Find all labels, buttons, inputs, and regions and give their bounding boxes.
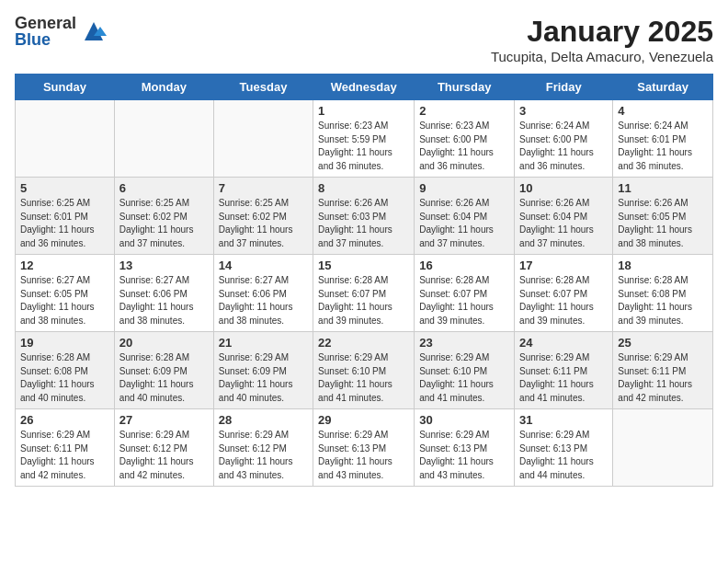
day-info: Sunrise: 6:28 AM Sunset: 6:07 PM Dayligh… — [318, 274, 409, 327]
calendar-day-cell: 3Sunrise: 6:24 AM Sunset: 6:00 PM Daylig… — [515, 100, 613, 178]
calendar-day-cell: 11Sunrise: 6:26 AM Sunset: 6:05 PM Dayli… — [613, 178, 713, 255]
day-info: Sunrise: 6:29 AM Sunset: 6:09 PM Dayligh… — [219, 351, 308, 405]
calendar-table: SundayMondayTuesdayWednesdayThursdayFrid… — [15, 74, 713, 487]
day-number: 2 — [419, 104, 509, 118]
calendar-day-cell: 8Sunrise: 6:26 AM Sunset: 6:03 PM Daylig… — [313, 178, 415, 255]
calendar-day-cell — [114, 100, 213, 178]
day-info: Sunrise: 6:28 AM Sunset: 6:08 PM Dayligh… — [20, 351, 109, 405]
day-info: Sunrise: 6:29 AM Sunset: 6:11 PM Dayligh… — [519, 351, 608, 405]
logo-icon — [80, 17, 108, 45]
calendar-day-cell: 7Sunrise: 6:25 AM Sunset: 6:02 PM Daylig… — [213, 178, 313, 255]
day-number: 31 — [519, 413, 608, 427]
day-number: 30 — [419, 413, 509, 427]
calendar-day-cell: 24Sunrise: 6:29 AM Sunset: 6:11 PM Dayli… — [515, 332, 613, 409]
day-info: Sunrise: 6:28 AM Sunset: 6:08 PM Dayligh… — [618, 274, 708, 327]
day-number: 25 — [618, 336, 708, 350]
calendar-day-cell: 25Sunrise: 6:29 AM Sunset: 6:11 PM Dayli… — [613, 332, 713, 409]
day-of-week-header: Wednesday — [313, 75, 415, 100]
calendar-header-row: SundayMondayTuesdayWednesdayThursdayFrid… — [16, 75, 713, 100]
day-number: 11 — [618, 181, 708, 195]
day-info: Sunrise: 6:28 AM Sunset: 6:07 PM Dayligh… — [419, 274, 509, 327]
day-info: Sunrise: 6:23 AM Sunset: 5:59 PM Dayligh… — [318, 120, 409, 173]
calendar-week-row: 26Sunrise: 6:29 AM Sunset: 6:11 PM Dayli… — [16, 409, 713, 487]
day-info: Sunrise: 6:29 AM Sunset: 6:11 PM Dayligh… — [618, 351, 708, 405]
day-number: 20 — [119, 336, 209, 350]
day-info: Sunrise: 6:26 AM Sunset: 6:03 PM Dayligh… — [318, 197, 409, 250]
calendar-day-cell: 9Sunrise: 6:26 AM Sunset: 6:04 PM Daylig… — [415, 178, 515, 255]
calendar-day-cell — [613, 409, 713, 487]
day-number: 7 — [219, 181, 308, 195]
day-info: Sunrise: 6:29 AM Sunset: 6:12 PM Dayligh… — [219, 429, 308, 482]
location-title: Tucupita, Delta Amacuro, Venezuela — [491, 49, 713, 64]
calendar-day-cell: 21Sunrise: 6:29 AM Sunset: 6:09 PM Dayli… — [213, 332, 313, 409]
day-info: Sunrise: 6:29 AM Sunset: 6:11 PM Dayligh… — [20, 429, 109, 482]
day-info: Sunrise: 6:29 AM Sunset: 6:13 PM Dayligh… — [419, 429, 509, 482]
calendar-day-cell: 6Sunrise: 6:25 AM Sunset: 6:02 PM Daylig… — [114, 178, 213, 255]
calendar-day-cell: 29Sunrise: 6:29 AM Sunset: 6:13 PM Dayli… — [313, 409, 415, 487]
calendar-day-cell: 14Sunrise: 6:27 AM Sunset: 6:06 PM Dayli… — [213, 255, 313, 332]
calendar-day-cell: 2Sunrise: 6:23 AM Sunset: 6:00 PM Daylig… — [415, 100, 515, 178]
day-of-week-header: Sunday — [16, 75, 115, 100]
calendar-week-row: 5Sunrise: 6:25 AM Sunset: 6:01 PM Daylig… — [16, 178, 713, 255]
calendar-day-cell — [213, 100, 313, 178]
calendar-day-cell: 10Sunrise: 6:26 AM Sunset: 6:04 PM Dayli… — [515, 178, 613, 255]
day-number: 12 — [20, 259, 109, 272]
day-number: 14 — [219, 259, 308, 272]
day-number: 27 — [119, 413, 209, 427]
day-of-week-header: Thursday — [415, 75, 515, 100]
day-info: Sunrise: 6:26 AM Sunset: 6:04 PM Dayligh… — [419, 197, 509, 250]
day-number: 10 — [519, 181, 608, 195]
calendar-day-cell: 23Sunrise: 6:29 AM Sunset: 6:10 PM Dayli… — [415, 332, 515, 409]
logo-general-text: General — [15, 15, 76, 31]
calendar-week-row: 19Sunrise: 6:28 AM Sunset: 6:08 PM Dayli… — [16, 332, 713, 409]
day-number: 4 — [618, 104, 708, 118]
logo: General Blue — [15, 15, 108, 48]
day-number: 26 — [20, 413, 109, 427]
calendar-day-cell: 5Sunrise: 6:25 AM Sunset: 6:01 PM Daylig… — [16, 178, 115, 255]
calendar-day-cell: 4Sunrise: 6:24 AM Sunset: 6:01 PM Daylig… — [613, 100, 713, 178]
day-number: 8 — [318, 181, 409, 195]
calendar-day-cell: 31Sunrise: 6:29 AM Sunset: 6:13 PM Dayli… — [515, 409, 613, 487]
calendar-day-cell: 20Sunrise: 6:28 AM Sunset: 6:09 PM Dayli… — [114, 332, 213, 409]
calendar-week-row: 1Sunrise: 6:23 AM Sunset: 5:59 PM Daylig… — [16, 100, 713, 178]
logo-blue-text: Blue — [15, 31, 76, 48]
calendar-day-cell: 13Sunrise: 6:27 AM Sunset: 6:06 PM Dayli… — [114, 255, 213, 332]
day-info: Sunrise: 6:29 AM Sunset: 6:13 PM Dayligh… — [519, 429, 608, 482]
calendar-day-cell: 16Sunrise: 6:28 AM Sunset: 6:07 PM Dayli… — [415, 255, 515, 332]
day-of-week-header: Friday — [515, 75, 613, 100]
day-number: 16 — [419, 259, 509, 272]
calendar-day-cell: 19Sunrise: 6:28 AM Sunset: 6:08 PM Dayli… — [16, 332, 115, 409]
day-info: Sunrise: 6:28 AM Sunset: 6:09 PM Dayligh… — [119, 351, 209, 405]
day-info: Sunrise: 6:27 AM Sunset: 6:05 PM Dayligh… — [20, 274, 109, 327]
day-number: 24 — [519, 336, 608, 350]
day-info: Sunrise: 6:25 AM Sunset: 6:01 PM Dayligh… — [20, 197, 109, 250]
day-number: 6 — [119, 181, 209, 195]
day-number: 29 — [318, 413, 409, 427]
day-info: Sunrise: 6:25 AM Sunset: 6:02 PM Dayligh… — [219, 197, 308, 250]
calendar-day-cell: 17Sunrise: 6:28 AM Sunset: 6:07 PM Dayli… — [515, 255, 613, 332]
day-of-week-header: Monday — [114, 75, 213, 100]
calendar-day-cell: 18Sunrise: 6:28 AM Sunset: 6:08 PM Dayli… — [613, 255, 713, 332]
day-number: 13 — [119, 259, 209, 272]
day-number: 19 — [20, 336, 109, 350]
calendar-day-cell: 28Sunrise: 6:29 AM Sunset: 6:12 PM Dayli… — [213, 409, 313, 487]
day-info: Sunrise: 6:26 AM Sunset: 6:05 PM Dayligh… — [618, 197, 708, 250]
page-header: General Blue January 2025 Tucupita, Delt… — [15, 15, 713, 64]
day-number: 3 — [519, 104, 608, 118]
calendar-day-cell: 12Sunrise: 6:27 AM Sunset: 6:05 PM Dayli… — [16, 255, 115, 332]
day-number: 28 — [219, 413, 308, 427]
day-number: 18 — [618, 259, 708, 272]
day-number: 9 — [419, 181, 509, 195]
title-block: January 2025 Tucupita, Delta Amacuro, Ve… — [491, 15, 713, 64]
day-info: Sunrise: 6:27 AM Sunset: 6:06 PM Dayligh… — [119, 274, 209, 327]
day-info: Sunrise: 6:26 AM Sunset: 6:04 PM Dayligh… — [519, 197, 608, 250]
day-info: Sunrise: 6:28 AM Sunset: 6:07 PM Dayligh… — [519, 274, 608, 327]
day-info: Sunrise: 6:25 AM Sunset: 6:02 PM Dayligh… — [119, 197, 209, 250]
calendar-day-cell: 27Sunrise: 6:29 AM Sunset: 6:12 PM Dayli… — [114, 409, 213, 487]
calendar-day-cell: 1Sunrise: 6:23 AM Sunset: 5:59 PM Daylig… — [313, 100, 415, 178]
day-info: Sunrise: 6:29 AM Sunset: 6:12 PM Dayligh… — [119, 429, 209, 482]
day-number: 22 — [318, 336, 409, 350]
day-number: 17 — [519, 259, 608, 272]
day-number: 21 — [219, 336, 308, 350]
day-of-week-header: Tuesday — [213, 75, 313, 100]
